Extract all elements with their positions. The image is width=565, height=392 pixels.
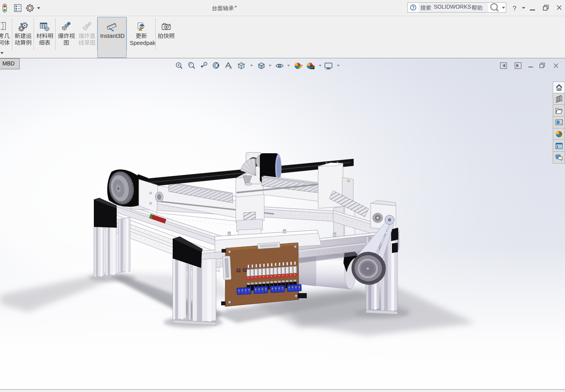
svg-text:?: ? (412, 6, 414, 10)
svg-text:?: ? (513, 5, 516, 12)
